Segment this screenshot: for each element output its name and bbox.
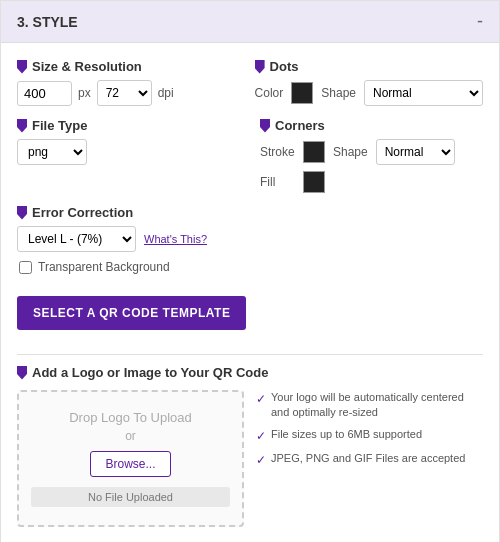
drop-text: Drop Logo To Upload <box>31 410 230 425</box>
browse-button[interactable]: Browse... <box>90 451 170 477</box>
fill-label: Fill <box>260 175 295 189</box>
transparent-bg-label: Transparent Background <box>38 260 170 274</box>
main-content: Size & Resolution px 72 96 150 300 dpi <box>1 43 499 542</box>
transparent-bg-checkbox[interactable] <box>19 261 32 274</box>
shape-label-dots: Shape <box>321 86 356 100</box>
corners-group: Corners Stroke Shape Normal Rounded Dots <box>260 118 483 193</box>
flag-icon-error <box>17 206 27 220</box>
flag-icon-size <box>17 60 27 74</box>
tip-2: ✓ File sizes up to 6MB supported <box>256 427 483 445</box>
corners-fill-color[interactable] <box>303 171 325 193</box>
no-file-bar: No File Uploaded <box>31 487 230 507</box>
corners-stroke-color[interactable] <box>303 141 325 163</box>
check-icon-2: ✓ <box>256 428 266 445</box>
divider <box>17 354 483 355</box>
size-res-row: px 72 96 150 300 dpi <box>17 80 235 106</box>
file-type-label: File Type <box>17 118 240 133</box>
size-resolution-group: Size & Resolution px 72 96 150 300 dpi <box>17 59 235 106</box>
whats-this-link[interactable]: What's This? <box>144 233 207 245</box>
dots-color-picker[interactable] <box>291 82 313 104</box>
collapse-button[interactable]: - <box>477 11 483 32</box>
dpi-select[interactable]: 72 96 150 300 <box>97 80 152 106</box>
corners-fill-line: Fill <box>260 171 483 193</box>
flag-icon-filetype <box>17 119 27 133</box>
check-icon-3: ✓ <box>256 452 266 469</box>
error-correction-label: Error Correction <box>17 205 483 220</box>
corners-stroke-line: Stroke Shape Normal Rounded Dots <box>260 139 483 165</box>
middle-row: File Type png svg jpg webp Corners <box>17 118 483 193</box>
file-type-select[interactable]: png svg jpg webp <box>17 139 87 165</box>
tip-1: ✓ Your logo will be automatically center… <box>256 390 483 421</box>
file-type-group: File Type png svg jpg webp <box>17 118 240 193</box>
top-row: Size & Resolution px 72 96 150 300 dpi <box>17 59 483 106</box>
stroke-label: Stroke <box>260 145 295 159</box>
section-title: 3. STYLE <box>17 14 78 30</box>
corners-shape-label: Shape <box>333 145 368 159</box>
flag-icon-logo <box>17 366 27 380</box>
dots-group: Dots Color Shape Normal Rounded Dots Cla… <box>255 59 483 106</box>
logo-tips: ✓ Your logo will be automatically center… <box>256 390 483 527</box>
error-select[interactable]: Level L - (7%) Level M - (15%) Level Q -… <box>17 226 136 252</box>
error-row: Level L - (7%) Level M - (15%) Level Q -… <box>17 226 483 252</box>
flag-icon-corners <box>260 119 270 133</box>
px-label: px <box>78 86 91 100</box>
dots-label: Dots <box>255 59 483 74</box>
logo-section-label: Add a Logo or Image to Your QR Code <box>17 365 483 380</box>
logo-two-col: Drop Logo To Upload or Browse... No File… <box>17 390 483 527</box>
corners-shape-select[interactable]: Normal Rounded Dots <box>376 139 455 165</box>
dots-row: Color Shape Normal Rounded Dots Classy C… <box>255 80 483 106</box>
dpi-label: dpi <box>158 86 174 100</box>
file-type-row: png svg jpg webp <box>17 139 240 165</box>
size-input[interactable] <box>17 81 72 106</box>
error-correction-group: Error Correction Level L - (7%) Level M … <box>17 205 483 252</box>
flag-icon-dots <box>255 60 265 74</box>
color-label: Color <box>255 86 284 100</box>
or-text: or <box>31 429 230 443</box>
check-icon-1: ✓ <box>256 391 266 408</box>
style-section: 3. STYLE - Size & Resolution px 72 96 15… <box>0 0 500 542</box>
dots-shape-select[interactable]: Normal Rounded Dots Classy Classy Rounde… <box>364 80 483 106</box>
template-btn-wrapper: SELECT A QR CODE TEMPLATE <box>17 288 483 344</box>
size-resolution-label: Size & Resolution <box>17 59 235 74</box>
tip-3: ✓ JPEG, PNG and GIF Files are accepted <box>256 451 483 469</box>
corners-label: Corners <box>260 118 483 133</box>
upload-box: Drop Logo To Upload or Browse... No File… <box>17 390 244 527</box>
transparent-bg-row: Transparent Background <box>19 260 483 274</box>
section-header: 3. STYLE - <box>1 1 499 43</box>
template-button[interactable]: SELECT A QR CODE TEMPLATE <box>17 296 246 330</box>
corners-row: Stroke Shape Normal Rounded Dots Fill <box>260 139 483 193</box>
